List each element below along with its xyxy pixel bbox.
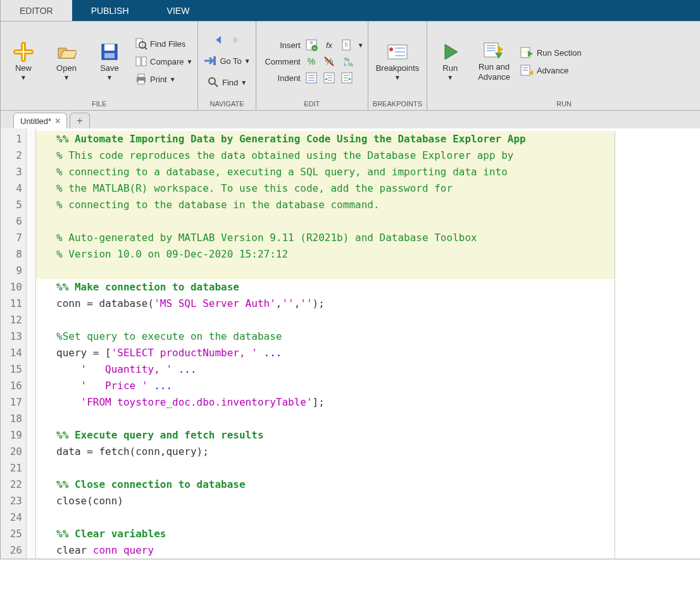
- comment-remove-button[interactable]: %: [322, 54, 336, 68]
- group-file: FILE: [4, 99, 194, 109]
- svg-text:%: %: [308, 56, 315, 66]
- close-icon[interactable]: ×: [55, 116, 60, 126]
- floppy-icon: [99, 42, 120, 62]
- find-button[interactable]: Find ▼: [206, 75, 248, 90]
- code-line[interactable]: % the MATLAB(R) workspace. To use this c…: [36, 180, 615, 197]
- code-line[interactable]: %Set query to execute on the database: [36, 328, 615, 345]
- print-icon: [135, 73, 147, 85]
- code-area[interactable]: %% Automate Importing Data by Generating…: [36, 128, 700, 559]
- code-line[interactable]: ' Price ' ...: [36, 378, 615, 394]
- ribbon: New▼ Open▼ Save▼ Find Files Compare ▼ Pr…: [1, 22, 700, 110]
- svg-text:fi: fi: [344, 42, 347, 48]
- code-line[interactable]: close(conn): [36, 493, 615, 509]
- code-line[interactable]: [36, 460, 615, 476]
- code-line[interactable]: clear conn query: [36, 542, 615, 559]
- svg-text:+: +: [313, 46, 316, 51]
- code-line[interactable]: query = ['SELECT productNumber, ' ...: [36, 345, 615, 361]
- svg-point-11: [209, 78, 215, 84]
- code-line[interactable]: % This code reproduces the data obtained…: [36, 147, 615, 164]
- code-line[interactable]: data = fetch(conn,query);: [36, 444, 615, 460]
- code-line[interactable]: %% Execute query and fetch results: [36, 427, 615, 444]
- svg-rect-2: [104, 53, 115, 58]
- tab-view[interactable]: VIEW: [148, 0, 209, 21]
- insert-section-button[interactable]: ≡+: [304, 38, 318, 52]
- insert-label: Insert: [260, 40, 301, 50]
- goto-icon: [203, 54, 217, 67]
- svg-rect-1: [104, 44, 115, 51]
- print-button[interactable]: Print ▼: [134, 72, 177, 87]
- run-advance-button[interactable]: Run and Advance: [474, 39, 514, 83]
- code-line[interactable]: [36, 509, 615, 526]
- svg-rect-10: [213, 56, 216, 65]
- svg-rect-5: [136, 57, 141, 66]
- compare-icon: [135, 55, 147, 68]
- insert-dropdown[interactable]: ▼: [358, 42, 364, 49]
- new-button[interactable]: New▼: [4, 40, 42, 83]
- code-line[interactable]: ' Quantity, ' ...: [36, 361, 615, 378]
- code-line[interactable]: conn = database('MS SQL Server Auth','',…: [36, 296, 615, 312]
- indent-label: Indent: [260, 73, 301, 83]
- indent-increase-button[interactable]: [322, 71, 336, 85]
- play-icon: [440, 42, 460, 62]
- advance-icon: [520, 64, 534, 77]
- run-advance-label: Run and Advance: [478, 62, 510, 82]
- advance-button[interactable]: Advance: [519, 63, 570, 78]
- indent-smart-button[interactable]: [304, 71, 318, 85]
- code-line[interactable]: [36, 213, 615, 230]
- svg-text:≡: ≡: [309, 39, 313, 46]
- main-tabs: EDITOR PUBLISH VIEW: [1, 0, 700, 22]
- code-line[interactable]: [36, 263, 615, 279]
- breakpoint-icon: [386, 42, 409, 62]
- comment-wrap-button[interactable]: %%: [340, 54, 354, 68]
- code-line[interactable]: % Version 10.0 on 09-Dec-2020 15:27:12: [36, 246, 615, 263]
- group-edit: EDIT: [260, 99, 364, 109]
- comment-label: Comment: [260, 57, 301, 66]
- group-navigate: NAVIGATE: [202, 99, 251, 109]
- search-icon: [207, 76, 220, 89]
- folder-open-icon: [56, 42, 77, 62]
- run-advance-icon: [483, 40, 506, 61]
- find-files-button[interactable]: Find Files: [134, 36, 187, 51]
- line-gutter: 1234567891011121314151617181920212223242…: [1, 128, 27, 559]
- code-line[interactable]: [36, 312, 615, 328]
- save-button[interactable]: Save▼: [91, 40, 128, 83]
- find-files-icon: [135, 37, 147, 50]
- code-line[interactable]: % connecting to a database, executing a …: [36, 164, 615, 180]
- svg-rect-9: [138, 80, 144, 84]
- tab-publish[interactable]: PUBLISH: [72, 0, 148, 21]
- svg-rect-30: [522, 50, 528, 53]
- code-line[interactable]: %% Clear variables: [36, 526, 615, 542]
- group-breakpoints: BREAKPOINTS: [372, 99, 423, 109]
- nav-back-button[interactable]: [211, 33, 225, 47]
- run-section-icon: [520, 46, 534, 59]
- breakpoints-button[interactable]: Breakpoints▼: [372, 40, 423, 83]
- plus-icon: [13, 42, 34, 62]
- open-button[interactable]: Open▼: [47, 40, 85, 83]
- code-line[interactable]: %% Make connection to database: [36, 279, 615, 296]
- indent-decrease-button[interactable]: [340, 71, 354, 85]
- go-to-button[interactable]: Go To ▼: [202, 53, 251, 68]
- comment-add-button[interactable]: %: [304, 54, 318, 68]
- svg-text:%: %: [348, 61, 353, 68]
- svg-rect-28: [484, 43, 498, 57]
- code-line[interactable]: %% Automate Importing Data by Generating…: [36, 131, 615, 147]
- group-run: RUN: [431, 99, 697, 109]
- code-line[interactable]: % Auto-generated by MATLAB Version 9.11 …: [36, 230, 615, 246]
- tab-editor[interactable]: EDITOR: [1, 0, 72, 21]
- run-button[interactable]: Run▼: [431, 40, 469, 83]
- svg-rect-8: [138, 74, 144, 77]
- insert-fx-button[interactable]: fx: [322, 38, 336, 52]
- add-tab-button[interactable]: +: [70, 113, 89, 128]
- file-tabs: Untitled* × +: [1, 110, 700, 128]
- run-section-button[interactable]: Run Section: [519, 45, 583, 60]
- code-line[interactable]: [36, 411, 615, 427]
- file-tab-untitled[interactable]: Untitled* ×: [13, 113, 67, 128]
- compare-button[interactable]: Compare ▼: [134, 54, 194, 69]
- code-line[interactable]: 'FROM toystore_doc.dbo.inventoryTable'];: [36, 394, 615, 411]
- svg-text:fx: fx: [326, 40, 333, 50]
- code-line[interactable]: %% Close connection to database: [36, 476, 615, 493]
- nav-forward-button[interactable]: [229, 33, 243, 47]
- code-editor[interactable]: 1234567891011121314151617181920212223242…: [1, 128, 700, 559]
- insert-file-button[interactable]: fi: [340, 38, 354, 52]
- code-line[interactable]: % connecting to the database in the data…: [36, 197, 615, 213]
